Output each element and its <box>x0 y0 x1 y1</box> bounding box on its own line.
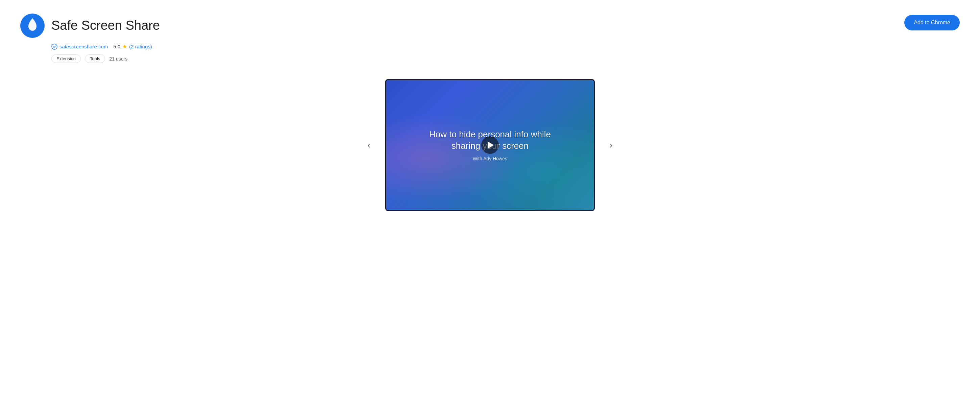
app-logo <box>20 14 45 38</box>
chevron-right-icon: › <box>609 140 612 150</box>
play-button-overlay[interactable] <box>386 80 594 210</box>
tag-tools[interactable]: Tools <box>85 54 105 63</box>
title-area: Safe Screen Share <box>20 14 160 38</box>
add-to-chrome-button[interactable]: Add to Chrome <box>904 15 960 30</box>
next-arrow-button[interactable]: › <box>603 137 619 153</box>
play-button[interactable] <box>481 136 499 154</box>
prev-arrow-button[interactable]: ‹ <box>361 137 377 153</box>
rating-count: 2 ratings <box>131 44 150 49</box>
website-link[interactable]: safescreenshare.com <box>51 44 108 50</box>
rating-area: 5.0 ★ (2 ratings) <box>113 43 152 50</box>
tags-row: Extension Tools 21 users <box>51 54 960 63</box>
users-count: 21 users <box>109 56 127 62</box>
rating-link[interactable]: (2 ratings) <box>129 44 152 49</box>
meta-row: safescreenshare.com 5.0 ★ (2 ratings) <box>51 43 960 50</box>
chevron-left-icon: ‹ <box>368 140 371 150</box>
tag-extension[interactable]: Extension <box>51 54 81 63</box>
header-section: Safe Screen Share Add to Chrome <box>20 14 960 38</box>
website-url: safescreenshare.com <box>59 44 108 49</box>
star-icon: ★ <box>123 43 127 50</box>
play-icon <box>488 141 494 149</box>
page-container: Safe Screen Share Add to Chrome safescre… <box>20 14 960 211</box>
app-title: Safe Screen Share <box>51 18 160 33</box>
verified-icon <box>51 44 57 50</box>
media-section: ‹ How to hide personal info whilesharing… <box>20 79 960 211</box>
video-thumbnail[interactable]: How to hide personal info whilesharing y… <box>385 79 595 211</box>
svg-point-1 <box>52 44 57 49</box>
rating-value: 5.0 <box>113 44 120 49</box>
